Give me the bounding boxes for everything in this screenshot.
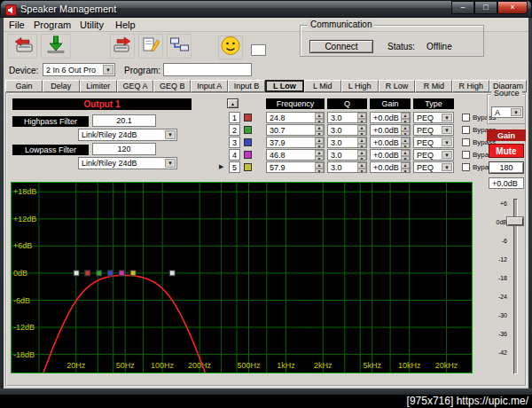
highpass-frequency-box[interactable]: 20.1	[92, 114, 156, 127]
menu-help[interactable]: Help	[115, 20, 136, 30]
dropdown-arrow-icon[interactable]: ▼	[442, 126, 452, 134]
upload-program-button[interactable]	[110, 34, 135, 59]
about-button[interactable]	[218, 35, 243, 59]
spinner-down-icon[interactable]: ▼	[401, 131, 410, 136]
tab-l-mid[interactable]: L Mid	[304, 80, 341, 92]
bypass-checkbox[interactable]	[462, 163, 470, 171]
band-frequency-spinner[interactable]: 37.9▲▼	[266, 137, 325, 148]
bypass-checkbox[interactable]	[462, 114, 470, 122]
spinner-down-icon[interactable]: ▼	[357, 119, 366, 123]
band-scroll-up-button[interactable]: ▲	[227, 98, 239, 108]
toolbar-value-box[interactable]	[251, 44, 266, 56]
band-q-spinner[interactable]: 3.0▲▼	[327, 124, 367, 136]
tab-limiter[interactable]: Limiter	[80, 80, 117, 92]
spinner-up-icon[interactable]: ▲	[357, 137, 366, 144]
band-number-button[interactable]: 4	[229, 149, 240, 161]
spinner-arrows[interactable]: ▲▼	[401, 150, 410, 160]
band-type-select[interactable]: PEQ▼	[413, 161, 454, 173]
spinner-up-icon[interactable]: ▲	[357, 125, 366, 131]
spinner-up-icon[interactable]: ▲	[357, 162, 366, 169]
band-type-select[interactable]: PEQ▼	[413, 124, 454, 136]
menu-program[interactable]: Program	[34, 20, 71, 30]
spinner-up-icon[interactable]: ▲	[401, 162, 410, 169]
spinner-up-icon[interactable]: ▲	[315, 137, 324, 144]
dropdown-arrow-icon[interactable]: ▼	[442, 163, 452, 171]
dropdown-arrow-icon[interactable]: ▼	[103, 65, 113, 75]
eq-handle[interactable]	[119, 271, 124, 276]
connect-button[interactable]: Connect	[309, 40, 373, 53]
spinner-arrows[interactable]: ▲▼	[315, 125, 324, 135]
band-gain-spinner[interactable]: +0.0dB▲▼	[370, 137, 411, 148]
spinner-up-icon[interactable]: ▲	[315, 125, 324, 131]
read-from-device-button[interactable]	[7, 34, 37, 59]
tab-l-low[interactable]: L Low	[265, 80, 304, 92]
dropdown-arrow-icon[interactable]: ▼	[511, 108, 521, 116]
spinner-up-icon[interactable]: ▲	[401, 137, 410, 144]
save-to-device-button[interactable]	[41, 34, 71, 59]
spinner-arrows[interactable]: ▲▼	[315, 113, 324, 122]
bypass-checkbox[interactable]	[462, 151, 470, 159]
band-frequency-spinner[interactable]: 57.9▲▼	[266, 161, 325, 173]
dropdown-arrow-icon[interactable]: ▼	[442, 151, 452, 159]
spinner-arrows[interactable]: ▲▼	[357, 137, 366, 147]
bypass-checkbox[interactable]	[462, 138, 470, 146]
spinner-arrows[interactable]: ▲▼	[357, 150, 366, 160]
spinner-arrows[interactable]: ▲▼	[401, 137, 410, 147]
spinner-up-icon[interactable]: ▲	[357, 150, 366, 156]
phase-button[interactable]: 180	[489, 161, 524, 174]
eq-handle[interactable]	[85, 271, 90, 276]
band-gain-spinner[interactable]: +0.0dB▲▼	[370, 149, 411, 161]
dropdown-arrow-icon[interactable]: ▼	[442, 138, 452, 146]
band-number-button[interactable]: 3	[229, 137, 240, 148]
program-input[interactable]	[163, 63, 252, 76]
band-number-button[interactable]: 5	[229, 161, 240, 173]
tab-r-low[interactable]: R Low	[379, 80, 416, 92]
device-select[interactable]: 2 In 6 Out Pro ▼	[43, 63, 115, 76]
spinner-arrows[interactable]: ▲▼	[357, 125, 366, 135]
tab-delay[interactable]: Delay	[43, 80, 80, 92]
band-gain-spinner[interactable]: +0.0dB▲▼	[370, 161, 411, 173]
band-number-button[interactable]: 2	[229, 124, 240, 136]
dropdown-arrow-icon[interactable]: ▼	[165, 130, 176, 139]
tab-l-high[interactable]: L High	[341, 80, 379, 92]
tab-geq-a[interactable]: GEQ A	[117, 80, 154, 92]
spinner-up-icon[interactable]: ▲	[315, 150, 324, 156]
band-type-select[interactable]: PEQ▼	[413, 137, 454, 148]
tab-input-b[interactable]: Input B	[228, 80, 265, 92]
spinner-up-icon[interactable]: ▲	[401, 150, 410, 156]
band-gain-spinner[interactable]: +0.0dB▲▼	[370, 124, 411, 136]
source-select[interactable]: A ▼	[491, 106, 523, 118]
spinner-down-icon[interactable]: ▼	[357, 131, 366, 136]
edit-program-button[interactable]	[138, 34, 163, 59]
close-button[interactable]: ×	[497, 1, 528, 14]
spinner-down-icon[interactable]: ▼	[401, 156, 410, 161]
bypass-checkbox[interactable]	[462, 126, 470, 134]
band-q-spinner[interactable]: 3.0▲▼	[327, 161, 367, 173]
gain-value-box[interactable]: +0.0dB	[489, 177, 524, 189]
spinner-down-icon[interactable]: ▼	[401, 119, 410, 123]
highpass-type-select[interactable]: Link/Riley 24dB ▼	[78, 129, 177, 141]
spinner-down-icon[interactable]: ▼	[357, 169, 366, 173]
dropdown-arrow-icon[interactable]: ▼	[165, 159, 176, 168]
tab-input-a[interactable]: Input A	[191, 80, 228, 92]
lowpass-type-select[interactable]: Link/Riley 24dB ▼	[78, 157, 177, 169]
tab-r-high[interactable]: R High	[452, 80, 489, 92]
spinner-arrows[interactable]: ▲▼	[401, 125, 410, 135]
spinner-down-icon[interactable]: ▼	[315, 144, 324, 148]
spinner-arrows[interactable]: ▲▼	[357, 113, 366, 122]
spinner-arrows[interactable]: ▲▼	[401, 113, 410, 122]
band-frequency-spinner[interactable]: 30.7▲▼	[266, 124, 325, 136]
band-number-button[interactable]: 1	[229, 112, 240, 123]
band-q-spinner[interactable]: 3.0▲▼	[327, 112, 367, 123]
spinner-up-icon[interactable]: ▲	[401, 113, 410, 119]
spinner-down-icon[interactable]: ▼	[315, 119, 324, 123]
spinner-down-icon[interactable]: ▼	[315, 169, 324, 173]
tab-geq-b[interactable]: GEQ B	[153, 80, 191, 92]
band-type-select[interactable]: PEQ▼	[413, 149, 454, 161]
menu-utility[interactable]: Utility	[80, 20, 104, 30]
band-type-select[interactable]: PEQ▼	[413, 112, 454, 123]
band-frequency-spinner[interactable]: 46.8▲▼	[266, 149, 325, 161]
network-devices-button[interactable]	[167, 34, 192, 59]
eq-handle[interactable]	[108, 271, 113, 276]
eq-handle[interactable]	[130, 271, 136, 276]
